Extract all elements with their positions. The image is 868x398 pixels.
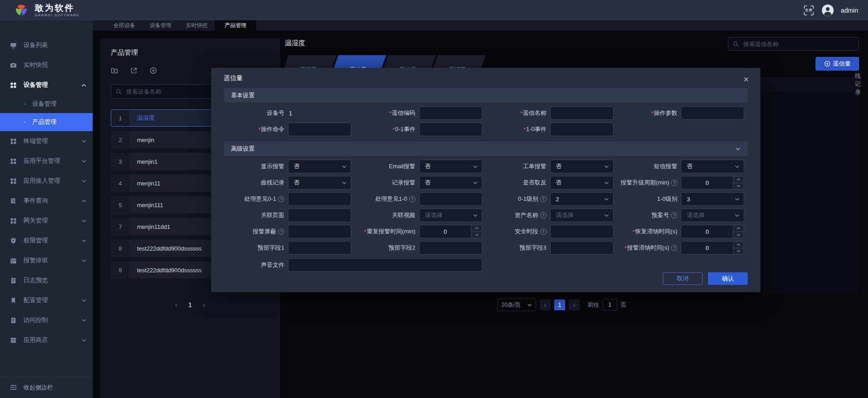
field-label: *0-1事件 <box>355 125 419 133</box>
stepper-up[interactable] <box>733 225 744 232</box>
select-dropdown[interactable]: 否 <box>550 176 613 190</box>
select-dropdown[interactable]: 否 <box>288 160 351 173</box>
sidebar-item[interactable]: 权限管理 <box>0 231 93 251</box>
fullscreen-icon[interactable]: 全屏 <box>803 5 815 16</box>
help-icon[interactable]: ? <box>278 228 284 235</box>
sidebar-item[interactable]: 应用接入管理 <box>0 171 93 191</box>
field-label: 曲线记录 <box>224 179 288 187</box>
stepper-down[interactable] <box>733 183 744 190</box>
sidebar-item[interactable]: 应用平台管理 <box>0 151 93 171</box>
chevron-icon <box>81 159 86 164</box>
help-icon[interactable]: ? <box>540 212 547 218</box>
goto-page-input[interactable] <box>603 299 617 311</box>
page-tab[interactable]: 全部设备 <box>106 20 142 31</box>
text-input[interactable] <box>550 225 613 238</box>
add-telesignal-button[interactable]: 遥信量 <box>816 57 859 71</box>
select-dropdown[interactable]: 请选择 <box>550 208 613 222</box>
page-tab[interactable]: 设备管理 <box>142 20 179 31</box>
number-stepper[interactable]: 0 <box>681 176 744 190</box>
search-input[interactable] <box>742 40 854 48</box>
select-dropdown[interactable]: 请选择 <box>681 208 744 222</box>
select-dropdown[interactable]: 否 <box>550 160 613 173</box>
sidebar-item[interactable]: 设备管理 <box>0 75 93 95</box>
sidebar-item[interactable]: · 产品管理 <box>0 113 93 131</box>
sidebar-item[interactable]: 配置管理 <box>0 290 93 310</box>
stepper-down[interactable] <box>733 232 744 238</box>
text-input[interactable] <box>288 241 351 255</box>
stepper-up[interactable] <box>733 176 744 183</box>
current-page-button[interactable]: 1 <box>185 299 196 310</box>
text-input[interactable] <box>419 192 482 206</box>
text-input[interactable] <box>550 123 613 136</box>
sound-file-input[interactable] <box>288 258 482 272</box>
add-circle-icon[interactable] <box>150 67 157 74</box>
help-icon[interactable]: ? <box>671 212 677 218</box>
stepper-up[interactable] <box>733 242 744 248</box>
text-input[interactable] <box>550 241 613 255</box>
brand-logo: 敢为软件 GANWEI SOFTWARE <box>13 1 80 20</box>
sidebar-item-label: 应用平台管理 <box>24 157 60 165</box>
sidebar-item[interactable]: 网关管理 <box>0 211 93 231</box>
confirm-button[interactable]: 确认 <box>708 272 748 285</box>
collapse-sidebar-button[interactable]: 收起侧边栏 <box>0 376 93 398</box>
text-input[interactable] <box>288 208 351 222</box>
form-field: 预留字段1 <box>224 241 355 255</box>
select-dropdown[interactable]: 请选择 <box>419 208 482 222</box>
select-dropdown[interactable]: 否 <box>419 160 482 173</box>
text-input[interactable] <box>550 106 613 120</box>
text-input[interactable] <box>288 225 351 238</box>
stepper-down[interactable] <box>733 248 744 255</box>
sidebar-item[interactable]: 日志预览 <box>0 270 93 290</box>
text-input[interactable] <box>419 241 482 255</box>
sidebar-item[interactable]: · 设备管理 <box>0 95 93 113</box>
text-input[interactable] <box>419 123 482 136</box>
text-input[interactable] <box>681 106 744 120</box>
export-icon[interactable] <box>130 67 137 74</box>
help-icon[interactable]: ? <box>671 245 677 251</box>
number-stepper[interactable]: 0 <box>681 225 744 238</box>
current-page-button[interactable]: 1 <box>554 299 565 310</box>
select-dropdown[interactable]: 2 <box>550 192 613 206</box>
field-label: 预留字段3 <box>486 244 550 252</box>
sidebar-item[interactable]: 事件查询 <box>0 191 93 211</box>
page-tab-label: 实时快照 <box>186 22 208 29</box>
close-icon[interactable] <box>742 75 750 84</box>
sidebar-item[interactable]: 实时快照 <box>0 55 93 75</box>
prev-page-button[interactable]: ‹ <box>540 299 551 310</box>
select-dropdown[interactable]: 否 <box>288 176 351 190</box>
stepper-down[interactable] <box>472 232 482 238</box>
prev-page-button[interactable]: ‹ <box>171 299 182 310</box>
text-input[interactable] <box>288 192 351 206</box>
select-dropdown[interactable]: 否 <box>419 176 482 190</box>
next-page-button[interactable]: › <box>199 299 210 310</box>
avatar[interactable] <box>821 4 834 17</box>
sidebar-item[interactable]: 访问控制 <box>0 310 93 330</box>
next-page-button[interactable]: › <box>569 299 580 310</box>
help-icon[interactable]: ? <box>540 196 547 202</box>
text-input[interactable] <box>419 106 482 120</box>
help-icon[interactable]: ? <box>671 180 677 186</box>
help-icon[interactable]: ? <box>540 228 547 235</box>
stepper-up[interactable] <box>472 225 482 232</box>
text-input[interactable] <box>288 123 351 136</box>
page-tab[interactable]: 产品管理 <box>215 20 256 31</box>
telesignal-search[interactable] <box>728 37 859 51</box>
help-icon[interactable]: ? <box>409 196 415 202</box>
select-dropdown[interactable]: 否 <box>681 160 744 173</box>
sidebar-item-icon <box>10 198 17 204</box>
number-stepper[interactable]: 0 <box>681 241 744 255</box>
help-icon[interactable]: ? <box>278 196 284 202</box>
select-dropdown[interactable]: 3 <box>681 192 744 206</box>
chevron-icon <box>81 258 86 263</box>
page-tab[interactable]: 实时快照 <box>179 20 215 31</box>
field-value: 1 <box>288 110 292 117</box>
page-size-select[interactable]: 20条/页 <box>497 298 536 311</box>
collapse-section-icon[interactable] <box>736 147 741 152</box>
sidebar-item[interactable]: 终端管理 <box>0 131 93 151</box>
sidebar-item[interactable]: 设备列表 <box>0 35 93 55</box>
number-stepper[interactable]: 0 <box>419 225 482 238</box>
sidebar-item[interactable]: 报警排班 <box>0 251 93 270</box>
folder-move-icon[interactable] <box>111 67 118 74</box>
sidebar-item[interactable]: 应用商店 <box>0 330 93 350</box>
cancel-button[interactable]: 取消 <box>663 272 703 285</box>
